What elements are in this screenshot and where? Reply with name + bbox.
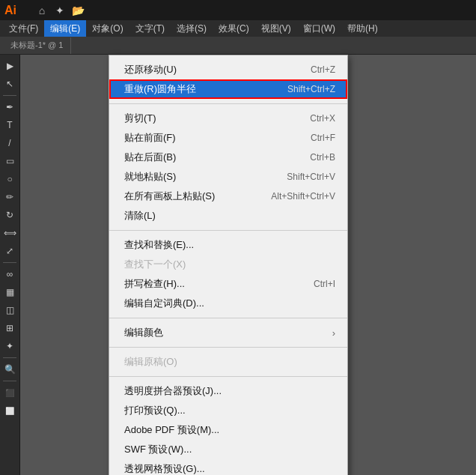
canvas-area: 还原移动(U) Ctrl+Z 重做(R)圆角半径 Shift+Ctrl+Z 剪切…	[20, 55, 476, 475]
tool-brush[interactable]: ✏	[1, 189, 18, 205]
tab-document[interactable]: 未标题-1* @ 1	[3, 37, 71, 54]
tool-select[interactable]: ▶	[1, 58, 18, 74]
menu-item-find-next: 查找下一个(X)	[109, 255, 347, 274]
menu-section-presets: 透明度拼合器预设(J)... 打印预设(Q)... Adobe PDF 预设(M…	[109, 380, 347, 475]
tool-type[interactable]: T	[1, 117, 18, 133]
menu-section-original: 编辑原稿(O)	[109, 351, 347, 373]
divider-3	[109, 318, 347, 318]
tool-direct-select[interactable]: ↖	[1, 76, 18, 92]
menu-item-transparency-presets[interactable]: 透明度拼合器预设(J)...	[109, 381, 347, 401]
menu-item-edit-colors[interactable]: 编辑颜色 ›	[109, 323, 347, 342]
menu-text[interactable]: 文字(T)	[129, 20, 171, 37]
menu-object[interactable]: 对象(O)	[86, 20, 129, 37]
menu-item-spell-check[interactable]: 拼写检查(H)... Ctrl+I	[109, 274, 347, 294]
tab-bar: 未标题-1* @ 1	[0, 37, 476, 55]
toolbar-separator-3	[3, 357, 16, 358]
tool-ellipse[interactable]: ○	[1, 171, 18, 187]
menu-edit[interactable]: 编辑(E)	[44, 20, 86, 37]
menu-select[interactable]: 选择(S)	[171, 20, 213, 37]
divider-1	[109, 103, 347, 104]
menu-item-paste-in-place[interactable]: 就地粘贴(S) Shift+Ctrl+V	[109, 167, 347, 187]
menu-section-colors: 编辑颜色 ›	[109, 321, 347, 344]
tool-mirror[interactable]: ⟺	[1, 225, 18, 241]
menu-window[interactable]: 窗口(W)	[297, 20, 341, 37]
menu-section-find: 查找和替换(E)... 查找下一个(X) 拼写检查(H)... Ctrl+I 编…	[109, 234, 347, 315]
menu-item-perspective-presets[interactable]: 透视网格预设(G)...	[109, 459, 347, 475]
open-icon[interactable]: 📂	[70, 3, 85, 18]
ai-logo: Ai	[4, 4, 30, 17]
menu-item-paste-back[interactable]: 贴在后面(B) Ctrl+B	[109, 148, 347, 167]
menu-item-print-presets[interactable]: 打印预设(Q)...	[109, 401, 347, 420]
menu-item-paste-front[interactable]: 贴在前面(F) Ctrl+F	[109, 128, 347, 148]
tool-zoom[interactable]: 🔍	[1, 361, 18, 378]
toolbar-separator-4	[3, 381, 16, 381]
menu-item-pdf-presets[interactable]: Adobe PDF 预设(M)...	[109, 420, 347, 440]
menu-item-edit-original: 编辑原稿(O)	[109, 352, 347, 372]
toolbar-separator-1	[3, 95, 16, 96]
menu-file[interactable]: 文件(F)	[3, 20, 44, 37]
divider-4	[109, 347, 347, 348]
tool-mesh[interactable]: ⊞	[1, 320, 18, 336]
tool-pen[interactable]: ✒	[1, 99, 18, 115]
dropdown-overlay: 还原移动(U) Ctrl+Z 重做(R)圆角半径 Shift+Ctrl+Z 剪切…	[20, 55, 476, 475]
menu-item-clear[interactable]: 清除(L)	[109, 206, 347, 226]
menu-section-clipboard: 剪切(T) Ctrl+X 贴在前面(F) Ctrl+F 贴在后面(B) Ctrl…	[109, 107, 347, 227]
menu-item-cut[interactable]: 剪切(T) Ctrl+X	[109, 109, 347, 128]
tool-rotate[interactable]: ↻	[1, 207, 18, 223]
tool-fill[interactable]: ⬛	[1, 384, 18, 401]
title-bar-icons: ⌂ ✦ 📂	[34, 3, 85, 18]
tool-column[interactable]: ▦	[1, 284, 18, 300]
left-toolbar: ▶ ↖ ✒ T / ▭ ○ ✏ ↻ ⟺ ⤢ ∞ ▦ ◫ ⊞ ✦ 🔍 ⬛ ⬜	[0, 55, 20, 475]
tool-stroke[interactable]: ⬜	[1, 402, 18, 419]
title-bar: Ai ⌂ ✦ 📂	[0, 0, 476, 20]
menu-section-undo: 还原移动(U) Ctrl+Z 重做(R)圆角半径 Shift+Ctrl+Z	[109, 58, 347, 100]
divider-2	[109, 230, 347, 231]
menu-view[interactable]: 视图(V)	[255, 20, 297, 37]
toolbar-separator-2	[3, 262, 16, 263]
menu-bar: 文件(F) 编辑(E) 对象(O) 文字(T) 选择(S) 效果(C) 视图(V…	[0, 20, 476, 37]
menu-item-redo[interactable]: 重做(R)圆角半径 Shift+Ctrl+Z	[109, 79, 347, 99]
tool-blend[interactable]: ∞	[1, 266, 18, 282]
tool-line[interactable]: /	[1, 135, 18, 151]
menu-help[interactable]: 帮助(H)	[341, 20, 384, 37]
tool-scale[interactable]: ⤢	[1, 243, 18, 259]
tool-rect[interactable]: ▭	[1, 153, 18, 169]
menu-item-swf-presets[interactable]: SWF 预设(W)...	[109, 440, 347, 459]
menu-item-custom-dict[interactable]: 编辑自定词典(D)...	[109, 294, 347, 313]
tool-gradient[interactable]: ◫	[1, 302, 18, 318]
main-area: ▶ ↖ ✒ T / ▭ ○ ✏ ↻ ⟺ ⤢ ∞ ▦ ◫ ⊞ ✦ 🔍 ⬛ ⬜	[0, 55, 476, 475]
menu-item-paste-all-boards[interactable]: 在所有画板上粘贴(S) Alt+Shift+Ctrl+V	[109, 187, 347, 206]
new-icon[interactable]: ✦	[52, 3, 67, 18]
tool-eyedropper[interactable]: ✦	[1, 338, 18, 354]
edit-dropdown-menu[interactable]: 还原移动(U) Ctrl+Z 重做(R)圆角半径 Shift+Ctrl+Z 剪切…	[109, 55, 348, 475]
home-icon[interactable]: ⌂	[34, 3, 49, 18]
divider-5	[109, 376, 347, 377]
menu-item-undo[interactable]: 还原移动(U) Ctrl+Z	[109, 60, 347, 79]
menu-item-find-replace[interactable]: 查找和替换(E)...	[109, 235, 347, 255]
menu-effect[interactable]: 效果(C)	[213, 20, 255, 37]
